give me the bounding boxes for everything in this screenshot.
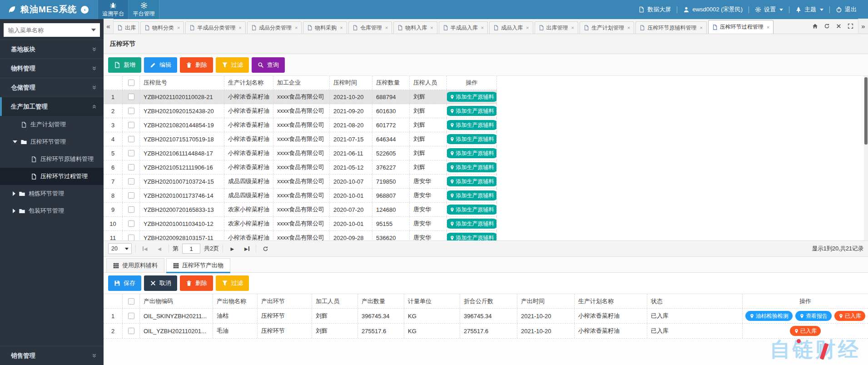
logout-button[interactable]: 退出 bbox=[830, 5, 863, 14]
tab-tool-close-button[interactable] bbox=[833, 19, 844, 34]
sidebar-folder-压榨环节管理[interactable]: 压榨环节管理 bbox=[0, 133, 104, 150]
tab-半成品入库[interactable]: 半成品入库× bbox=[439, 21, 488, 34]
tab-压榨环节原辅料管理[interactable]: 压榨环节原辅料管理× bbox=[635, 21, 706, 34]
sidebar-item-压榨环节过程管理[interactable]: 压榨环节过程管理 bbox=[0, 168, 104, 185]
tab-close-icon[interactable]: × bbox=[385, 25, 388, 30]
topnav-trace-platform-button[interactable]: 追溯平台 bbox=[98, 0, 129, 19]
next-page-button[interactable]: ▶ bbox=[227, 243, 238, 254]
tab-close-icon[interactable]: × bbox=[295, 25, 298, 30]
sidebar-group-基地板块[interactable]: 基地板块 bbox=[0, 40, 104, 59]
delete-bottom-button[interactable]: 删除 bbox=[180, 275, 213, 291]
bottom-tab-使用原料辅料[interactable]: 使用原料辅料 bbox=[106, 258, 164, 272]
action-button-已入库[interactable]: 已入库 bbox=[790, 326, 821, 336]
add-button[interactable]: 新增 bbox=[108, 57, 141, 73]
tab-仓库管理[interactable]: 仓库管理× bbox=[348, 21, 392, 34]
sidebar-item-生产计划管理[interactable]: 生产计划管理 bbox=[0, 116, 104, 133]
sidebar-group-销售管理[interactable]: 销售管理 bbox=[0, 346, 104, 365]
data-screen-button[interactable]: 数据大屏 bbox=[632, 5, 677, 14]
reload-button[interactable] bbox=[260, 243, 271, 254]
row-checkbox[interactable] bbox=[128, 164, 134, 170]
action-button-添加生产原辅料[interactable]: 添加生产原辅料 bbox=[447, 233, 497, 241]
tab-出库[interactable]: 出库× bbox=[114, 21, 139, 34]
action-button-添加生产原辅料[interactable]: 添加生产原辅料 bbox=[447, 176, 497, 186]
menu-search-input[interactable] bbox=[4, 23, 100, 37]
last-page-button[interactable]: ▶ bbox=[241, 243, 252, 254]
first-page-button[interactable]: ◀ bbox=[139, 243, 150, 254]
action-button-添加生产原辅料[interactable]: 添加生产原辅料 bbox=[447, 148, 497, 158]
tab-成品分类管理[interactable]: 成品分类管理× bbox=[247, 21, 302, 34]
sidebar-group-生产加工管理[interactable]: 生产加工管理 bbox=[0, 97, 104, 116]
tab-半成品分类管理[interactable]: 半成品分类管理× bbox=[185, 21, 245, 34]
filter-bottom-button[interactable]: 过滤 bbox=[216, 275, 249, 291]
row-checkbox[interactable] bbox=[128, 80, 134, 86]
table-row[interactable]: 3YZBH20210820144854-19小榨浓香菜籽油xxxx食品有限公司2… bbox=[104, 118, 497, 132]
settings-menu[interactable]: 设置 bbox=[749, 5, 789, 14]
tab-物料分类[interactable]: 物料分类× bbox=[140, 21, 184, 34]
action-button-已入库[interactable]: 已入库 bbox=[834, 311, 865, 321]
table-row[interactable]: 11YZBH20200928103157-11小榨浓香菜籽油xxxx食品有限公司… bbox=[104, 231, 497, 241]
prev-page-button[interactable]: ◀ bbox=[154, 243, 165, 254]
tab-close-icon[interactable]: × bbox=[571, 25, 574, 30]
tab-tool-home-button[interactable] bbox=[809, 19, 821, 34]
search-dropdown-caret-icon[interactable] bbox=[91, 29, 96, 31]
action-button-添加生产原辅料[interactable]: 添加生产原辅料 bbox=[447, 162, 497, 172]
page-number-input[interactable] bbox=[182, 244, 200, 254]
user-menu[interactable]: ewsd0002 (宋景民) bbox=[677, 5, 749, 14]
tab-出库管理[interactable]: 出库管理× bbox=[535, 21, 578, 34]
action-button-添加生产原辅料[interactable]: 添加生产原辅料 bbox=[447, 134, 497, 144]
row-checkbox[interactable] bbox=[128, 328, 134, 334]
table-row[interactable]: 5YZBH20210611144848-17小榨浓香菜籽油xxxx食品有限公司2… bbox=[104, 146, 497, 160]
table-row[interactable]: 9YZBH20200720165833-13农家小榨菜籽油xxxx食品有限公司2… bbox=[104, 203, 497, 217]
edit-button[interactable]: 编辑 bbox=[144, 57, 177, 73]
row-checkbox[interactable] bbox=[128, 122, 134, 128]
tab-生产计划管理[interactable]: 生产计划管理× bbox=[580, 21, 634, 34]
bottom-tab-压榨环节产出物[interactable]: 压榨环节产出物 bbox=[166, 258, 230, 272]
tab-close-icon[interactable]: × bbox=[699, 25, 702, 30]
row-checkbox[interactable] bbox=[128, 298, 134, 305]
action-button-添加生产原辅料[interactable]: 添加生产原辅料 bbox=[447, 219, 497, 229]
tab-close-icon[interactable]: × bbox=[340, 25, 342, 30]
row-checkbox[interactable] bbox=[128, 94, 134, 100]
cancel-button[interactable]: 取消 bbox=[144, 275, 177, 291]
action-button-油枯检验检测[interactable]: 油枯检验检测 bbox=[745, 311, 793, 321]
table-row[interactable]: 10YZBH20201001103410-12农家小榨菜籽油xxxx食品有限公司… bbox=[104, 217, 497, 231]
tab-close-icon[interactable]: × bbox=[430, 25, 433, 30]
row-checkbox[interactable] bbox=[128, 108, 134, 114]
sidebar-group-仓储管理[interactable]: 仓储管理 bbox=[0, 78, 104, 97]
action-button-添加生产原辅料[interactable]: 添加生产原辅料 bbox=[447, 120, 497, 130]
table-row[interactable]: 8YZBH20201001173746-14成品四级菜籽油xxxx食品有限公司2… bbox=[104, 189, 497, 203]
tab-close-icon[interactable]: × bbox=[526, 25, 529, 30]
tab-close-icon[interactable]: × bbox=[177, 25, 180, 30]
row-checkbox[interactable] bbox=[128, 220, 134, 227]
table-row[interactable]: 2YZBH20210920152438-20小榨浓香菜籽油xxxx食品有限公司2… bbox=[104, 104, 497, 118]
filter-button[interactable]: 过滤 bbox=[216, 57, 249, 73]
table-row[interactable]: 2OIL_YZBH202110201...毛油压榨环节刘辉275517.6KG2… bbox=[104, 324, 868, 339]
query-button[interactable]: 查询 bbox=[252, 57, 285, 73]
tab-物料采购[interactable]: 物料采购× bbox=[303, 21, 347, 34]
tab-成品入库[interactable]: 成品入库× bbox=[489, 21, 533, 34]
tabs-scroll-right-button[interactable]: » bbox=[858, 19, 868, 34]
row-checkbox[interactable] bbox=[128, 192, 134, 199]
row-checkbox[interactable] bbox=[128, 178, 134, 185]
page-size-select[interactable]: 20 bbox=[108, 243, 132, 254]
sidebar-folder-包装环节管理[interactable]: 包装环节管理 bbox=[0, 202, 104, 220]
table-row[interactable]: 1OIL_SKINYZBH20211...油枯压榨环节刘辉396745.34KG… bbox=[104, 309, 868, 324]
tab-close-icon[interactable]: × bbox=[627, 25, 630, 30]
tab-tool-expand-button[interactable] bbox=[844, 19, 856, 34]
tabs-scroll-left-button[interactable]: « bbox=[104, 19, 114, 34]
sidebar-group-物料管理[interactable]: 物料管理 bbox=[0, 59, 104, 78]
tab-close-icon[interactable]: × bbox=[238, 25, 241, 30]
action-button-查看报告[interactable]: 查看报告 bbox=[795, 311, 832, 321]
tab-物料入库[interactable]: 物料入库× bbox=[393, 21, 437, 34]
tab-close-icon[interactable]: × bbox=[767, 25, 769, 30]
tab-close-icon[interactable]: × bbox=[481, 25, 484, 30]
delete-button[interactable]: 删除 bbox=[180, 57, 213, 73]
tab-压榨环节过程管理[interactable]: 压榨环节过程管理× bbox=[708, 20, 774, 34]
sidebar-item-压榨环节原辅料管理[interactable]: 压榨环节原辅料管理 bbox=[0, 150, 104, 168]
tab-tool-refresh-button[interactable] bbox=[821, 19, 833, 34]
table-row[interactable]: 7YZBH20201007103724-15成品四级菜籽油xxxx食品有限公司2… bbox=[104, 175, 497, 189]
row-checkbox[interactable] bbox=[128, 150, 134, 156]
row-checkbox[interactable] bbox=[128, 136, 134, 142]
save-button[interactable]: 保存 bbox=[108, 275, 141, 291]
action-button-添加生产原辅料[interactable]: 添加生产原辅料 bbox=[447, 92, 497, 102]
